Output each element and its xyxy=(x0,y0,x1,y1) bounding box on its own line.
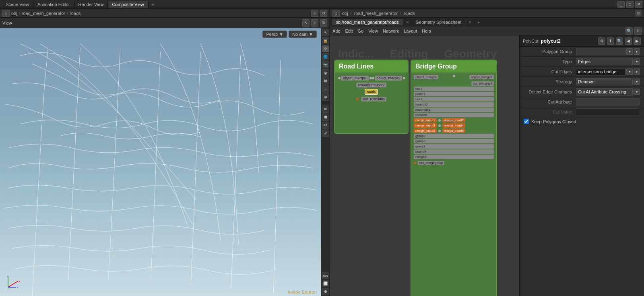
type-expand[interactable]: ▾ xyxy=(634,58,640,65)
bg-merge-out[interactable]: merge8 xyxy=(414,155,494,159)
bg-null1[interactable]: null1 xyxy=(414,87,494,91)
viewport-path-obj[interactable]: obj xyxy=(11,11,17,16)
menu-help[interactable]: Help xyxy=(422,29,431,33)
bg-bound1[interactable]: boundx2 xyxy=(414,102,494,107)
node-tab-geometry[interactable]: Geometry Spreadsheet xyxy=(412,19,466,25)
bg-prune1[interactable]: prune1 xyxy=(414,92,494,96)
add-node-tab-button[interactable]: + xyxy=(474,19,483,25)
mini-node-smooth[interactable]: smoothiercurve2 xyxy=(356,83,386,87)
mini-node-obj-merge[interactable]: object_merge1 xyxy=(341,76,369,81)
add-tab-button[interactable]: + xyxy=(149,1,157,8)
node-search-icon[interactable]: 🔍 xyxy=(625,27,633,35)
bg-out[interactable]: out_bridgegroup xyxy=(418,161,444,165)
viewport-path-roads[interactable]: roads xyxy=(70,11,81,16)
viewport-home-icon[interactable]: ⌂ xyxy=(2,10,10,17)
cut-edges-next[interactable]: ▸ xyxy=(634,68,640,75)
keep-polygons-checkbox[interactable] xyxy=(524,119,529,124)
strategy-select[interactable]: Remove xyxy=(576,78,633,85)
toolbar-rotate-icon[interactable]: ↻ xyxy=(320,19,327,27)
menu-view[interactable]: View xyxy=(368,29,378,33)
bg-merge3[interactable]: merge_input3 xyxy=(414,123,437,128)
menu-network[interactable]: Network xyxy=(383,29,399,33)
bg-merge4[interactable]: merge_input4 xyxy=(442,123,465,128)
side-tool-2[interactable]: 🔒 xyxy=(322,37,329,44)
node-path-generator[interactable]: road_mesh_generator xyxy=(354,11,398,16)
menu-add[interactable]: Add xyxy=(332,29,341,33)
node-header-settings[interactable]: ⚙ xyxy=(635,10,642,17)
side-tool-1[interactable]: ↖ xyxy=(322,29,329,36)
menu-edit[interactable]: Edit xyxy=(345,29,353,33)
side-tool-10[interactable]: ✏ xyxy=(322,106,329,113)
toolbar-select-icon[interactable]: ↖ xyxy=(302,19,310,27)
side-tool-end[interactable]: ⊛ xyxy=(322,288,329,295)
detect-edge-expand[interactable]: ▾ xyxy=(634,89,640,95)
props-gear-icon[interactable]: ⚙ xyxy=(598,37,605,45)
persp-button[interactable]: Persp ▼ xyxy=(262,31,287,38)
side-tool-6[interactable]: ◎ xyxy=(322,69,329,77)
tab-scene-view[interactable]: Scene View xyxy=(2,1,33,8)
mini-node-out[interactable]: out_roadlines xyxy=(361,97,386,101)
side-tool-9[interactable]: ⊛ xyxy=(322,93,329,101)
cut-edges-select[interactable]: intersections bridge xyxy=(576,68,625,75)
bg-null2[interactable]: null2 xyxy=(414,97,494,101)
node-home-icon[interactable]: ⌂ xyxy=(332,10,340,17)
mini-node-obj-merge2[interactable]: object_merge2 xyxy=(375,76,402,81)
node-path-roads[interactable]: roads xyxy=(404,11,415,16)
toolbar-move-icon[interactable]: ⊹ xyxy=(311,19,318,27)
cut-edges-expand[interactable]: ▾ xyxy=(626,68,633,75)
window-close-button[interactable]: ✕ xyxy=(635,1,642,8)
node-tab-main[interactable]: obj/road_mesh_generator/roads xyxy=(332,19,403,25)
tab-composite-view[interactable]: Composite View xyxy=(108,1,148,8)
bg-group2[interactable]: group2 xyxy=(414,139,494,143)
tab-animation-editor[interactable]: Animation Editor xyxy=(33,1,74,8)
bg-group3[interactable]: group1 xyxy=(414,144,494,149)
menu-layout[interactable]: Layout xyxy=(404,29,417,33)
side-tool-3[interactable]: ⊹ xyxy=(322,45,329,52)
bg-node-1[interactable]: object_merge1 xyxy=(414,75,438,79)
polygon-group-expand[interactable]: ▾ xyxy=(626,48,633,55)
tab-render-view[interactable]: Render View xyxy=(74,1,108,8)
bridge-group-title: Bridge Group xyxy=(411,60,496,72)
bg-resamp1[interactable]: resample1 xyxy=(414,108,494,112)
side-tool-8[interactable]: ↔ xyxy=(322,85,329,93)
props-expand-icon[interactable]: ◀ xyxy=(625,37,632,45)
window-min-button[interactable]: _ xyxy=(617,1,625,8)
side-tool-image[interactable]: ⬜ xyxy=(322,280,329,287)
mini-node-active[interactable]: roads xyxy=(365,89,378,95)
node-path-obj[interactable]: obj xyxy=(342,11,348,16)
detect-edge-select[interactable]: Cut At Attribute Crossing xyxy=(576,88,633,95)
type-select[interactable]: Edges xyxy=(576,58,633,65)
side-tool-abc[interactable]: abc xyxy=(322,272,329,279)
bg-cut1[interactable]: cut_bridging1 xyxy=(471,81,494,86)
viewport-path-generator[interactable]: road_mesh_generator xyxy=(22,11,65,16)
bg-group1[interactable]: group3 xyxy=(414,134,494,138)
polygon-group-select[interactable] xyxy=(576,48,625,55)
viewport-settings-icon[interactable]: ⚙ xyxy=(320,10,327,17)
cut-attribute-input[interactable] xyxy=(576,98,640,106)
props-info-icon[interactable]: ℹ xyxy=(607,37,614,45)
side-tool-11[interactable]: ⬟ xyxy=(322,114,329,121)
node-graph[interactable]: Indic... Editing Geometry Road Lines xyxy=(330,35,519,296)
bg-merge2[interactable]: merge_input2 xyxy=(442,118,465,122)
menu-go[interactable]: Go xyxy=(358,29,364,33)
bg-conv1[interactable]: convert1 xyxy=(414,113,494,117)
window-max-button[interactable]: □ xyxy=(626,1,634,8)
bg-bound2[interactable]: bound8 xyxy=(414,149,494,154)
node-info-icon[interactable]: ℹ xyxy=(634,27,642,35)
viewport-nav-icon[interactable]: ⊹ xyxy=(311,10,318,17)
props-search-icon[interactable]: 🔍 xyxy=(616,37,623,45)
side-tool-12[interactable]: ↺ xyxy=(322,122,329,129)
polygon-group-next[interactable]: ▸ xyxy=(634,48,640,55)
bg-merge6[interactable]: merge_input6 xyxy=(442,128,465,133)
strategy-expand[interactable]: ▾ xyxy=(634,79,640,85)
side-tool-7[interactable]: ⊞ xyxy=(322,77,329,85)
viewport-canvas[interactable]: Persp ▼ No cam ▼ Inside Edition x y z xyxy=(0,28,321,296)
bg-node-2[interactable]: object_merge2 xyxy=(469,75,494,79)
nocam-button[interactable]: No cam ▼ xyxy=(289,31,317,38)
props-arrow-icon[interactable]: ▶ xyxy=(634,37,641,45)
side-tool-5[interactable]: 📷 xyxy=(322,61,329,68)
side-tool-13[interactable]: ⤢ xyxy=(322,130,329,137)
side-tool-4[interactable]: 🌐 xyxy=(322,53,329,60)
bg-merge5[interactable]: merge_input5 xyxy=(414,128,437,133)
bg-merge1[interactable]: merge_input1 xyxy=(414,118,437,122)
